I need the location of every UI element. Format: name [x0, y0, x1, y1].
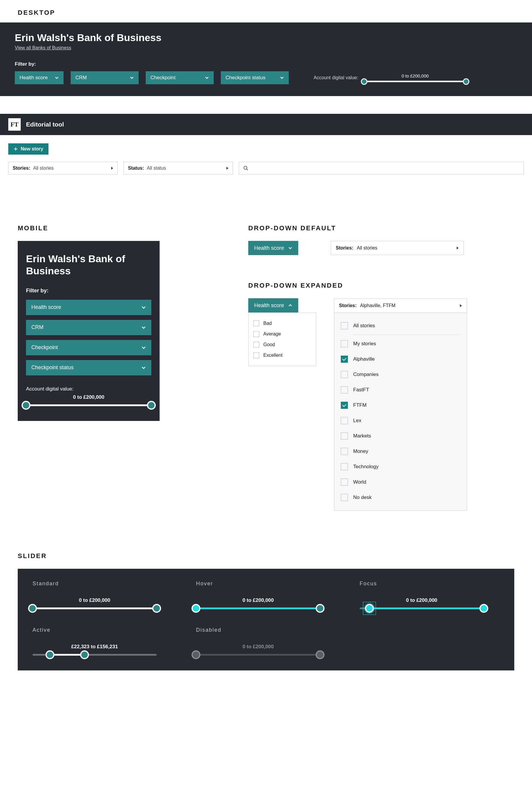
mobile-filter-by-label: Filter by: — [26, 288, 151, 294]
editorial-body: New story Stories: All stories Status: A… — [0, 135, 532, 183]
caret-right-icon — [460, 304, 462, 307]
status-dropdown[interactable]: Status: All status — [124, 162, 233, 175]
section-label-dd-default: DROP-DOWN DEFAULT — [248, 224, 514, 232]
checkbox[interactable] — [341, 417, 348, 424]
slider-handle-max[interactable] — [316, 604, 324, 613]
chevron-down-icon — [141, 345, 146, 350]
slider-range-label: 0 to £200,000 — [364, 73, 466, 78]
story-option[interactable]: No desk — [341, 490, 460, 505]
checkbox[interactable] — [341, 463, 348, 470]
mobile-filter-health-score[interactable]: Health score — [26, 300, 151, 315]
search-wrap[interactable] — [239, 162, 524, 175]
story-option[interactable]: Markets — [341, 428, 460, 444]
slider-handle-min[interactable] — [45, 650, 54, 659]
mobile-slider-range-label: 0 to £200,000 — [26, 394, 151, 400]
option-label: Bad — [263, 321, 272, 326]
slider-state-standard: Standard 0 to £200,000 — [33, 581, 172, 609]
new-story-button[interactable]: New story — [8, 143, 49, 155]
filter-crm[interactable]: CRM — [71, 71, 139, 84]
state-label: Focus — [360, 581, 499, 587]
dd-default-stories[interactable]: Stories: All stories — [331, 241, 464, 255]
slider-range-label: £22,323 to £156,231 — [33, 644, 157, 650]
story-option[interactable]: All stories — [341, 318, 460, 334]
checkbox[interactable] — [341, 322, 348, 329]
checkbox[interactable] — [341, 402, 348, 409]
slider-state-active: Active £22,323 to £156,231 — [33, 627, 172, 656]
adv-slider[interactable]: 0 to £200,000 — [364, 73, 466, 82]
slider-handle-min[interactable] — [361, 78, 367, 85]
story-option[interactable]: Alphaville — [341, 352, 460, 367]
slider-handle-max[interactable] — [80, 650, 89, 659]
story-option[interactable]: Companies — [341, 367, 460, 382]
stories-dropdown[interactable]: Stories: All stories — [8, 162, 118, 175]
checkbox[interactable] — [341, 340, 348, 347]
section-label-desktop: DESKTOP — [0, 0, 532, 22]
story-option[interactable]: Technology — [341, 459, 460, 474]
dd-pill-label: Health score — [254, 245, 284, 251]
slider-handle-min[interactable] — [191, 604, 201, 613]
health-option[interactable]: Average — [253, 329, 311, 339]
dd-expanded-pill[interactable]: Health score — [248, 298, 298, 313]
slider-focus[interactable]: 0 to £200,000 — [360, 597, 484, 609]
slider-handle-min[interactable] — [28, 604, 37, 613]
mobile-filter-checkpoint[interactable]: Checkpoint — [26, 340, 151, 355]
chevron-down-icon — [280, 76, 284, 80]
filter-health-score[interactable]: Health score — [15, 71, 63, 84]
checkbox[interactable] — [341, 494, 348, 501]
slider-range-label: 0 to £200,000 — [360, 597, 484, 603]
slider-handle-min[interactable] — [365, 604, 374, 613]
chevron-up-icon — [288, 303, 292, 307]
mobile-card: Erin Walsh's Bank of Business Filter by:… — [18, 241, 159, 421]
slider-handle-max[interactable] — [479, 604, 488, 613]
slider-handle-max[interactable] — [463, 78, 469, 85]
mobile-filter-crm[interactable]: CRM — [26, 320, 151, 335]
option-label: Excellent — [263, 353, 283, 358]
checkbox[interactable] — [253, 352, 259, 358]
dd-default-pill[interactable]: Health score — [248, 241, 298, 255]
dd-expanded-stories-trigger[interactable]: Stories: Alphaville, FTFM — [334, 298, 467, 313]
svg-point-0 — [244, 166, 247, 169]
checkbox[interactable] — [341, 478, 348, 486]
slider-handle-max[interactable] — [147, 401, 156, 410]
story-option[interactable]: World — [341, 474, 460, 490]
slider-handle-max[interactable] — [152, 604, 161, 613]
story-option[interactable]: FTFM — [341, 398, 460, 413]
filter-checkpoint-status[interactable]: Checkpoint status — [221, 71, 289, 84]
checkbox[interactable] — [341, 448, 348, 455]
story-option[interactable]: Lex — [341, 413, 460, 428]
filter-checkpoint[interactable]: Checkpoint — [146, 71, 214, 84]
caret-right-icon — [111, 167, 113, 170]
slider-disabled: 0 to £200,000 — [196, 644, 320, 656]
checkbox[interactable] — [341, 432, 348, 439]
story-option[interactable]: My stories — [341, 336, 460, 352]
checkbox[interactable] — [341, 356, 348, 363]
health-option[interactable]: Excellent — [253, 350, 311, 361]
filter-label: Checkpoint — [31, 344, 58, 351]
health-option[interactable]: Bad — [253, 318, 311, 329]
filter-label: Checkpoint status — [31, 364, 74, 371]
slider-hover[interactable]: 0 to £200,000 — [196, 597, 320, 609]
slider-handle-min[interactable] — [22, 401, 31, 410]
filter-by-label: Filter by: — [15, 61, 517, 67]
slider-standard[interactable]: 0 to £200,000 — [33, 597, 157, 609]
option-label: Technology — [353, 464, 379, 470]
slider-active[interactable]: £22,323 to £156,231 — [33, 644, 157, 656]
story-option[interactable]: Money — [341, 444, 460, 459]
checkbox[interactable] — [253, 342, 259, 348]
state-label: Active — [33, 627, 172, 633]
view-all-link[interactable]: View all Banks of Business — [15, 45, 71, 51]
checkbox[interactable] — [253, 331, 259, 337]
mobile-slider[interactable]: 0 to £200,000 — [26, 394, 151, 406]
mobile-filter-checkpoint-status[interactable]: Checkpoint status — [26, 360, 151, 375]
option-label: My stories — [353, 341, 376, 347]
filter-label: Checkpoint — [150, 75, 175, 81]
option-label: FTFM — [353, 402, 366, 408]
story-option[interactable]: FastFT — [341, 382, 460, 398]
checkbox[interactable] — [341, 371, 348, 378]
search-input[interactable] — [251, 166, 519, 171]
new-story-label: New story — [21, 146, 43, 152]
checkbox[interactable] — [253, 320, 259, 326]
option-label: Good — [263, 342, 275, 347]
checkbox[interactable] — [341, 386, 348, 393]
health-option[interactable]: Good — [253, 339, 311, 350]
